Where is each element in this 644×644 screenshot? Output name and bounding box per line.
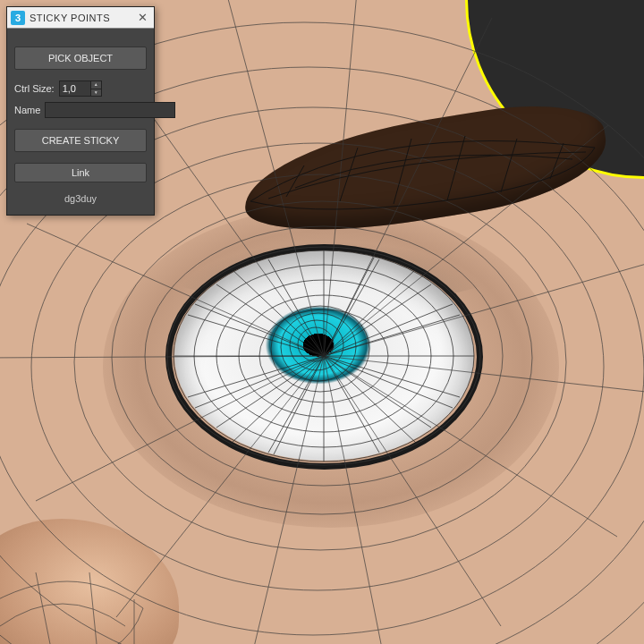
spinner-up-icon[interactable]: ▲ <box>91 81 101 89</box>
name-input[interactable] <box>45 102 175 118</box>
name-label: Name <box>14 105 40 115</box>
panel-body: PICK OBJECT Ctrl Size: ▲ ▼ Name CREATE S… <box>7 29 154 215</box>
app-icon: 3 <box>11 11 25 25</box>
eyelid-rim <box>165 244 483 470</box>
ctrl-size-spinner[interactable]: ▲ ▼ <box>59 80 102 97</box>
author-label: dg3duy <box>14 193 147 204</box>
spinner-down-icon[interactable]: ▼ <box>91 89 101 97</box>
pick-object-button[interactable]: PICK OBJECT <box>14 47 147 70</box>
ctrl-size-row: Ctrl Size: ▲ ▼ <box>14 80 147 97</box>
sticky-points-panel: 3 STICKY POINTS ✕ PICK OBJECT Ctrl Size:… <box>6 6 155 216</box>
name-row: Name <box>14 102 147 118</box>
ctrl-size-label: Ctrl Size: <box>14 83 55 94</box>
panel-title: STICKY POINTS <box>30 13 134 23</box>
ctrl-size-input[interactable] <box>60 81 90 96</box>
panel-titlebar[interactable]: 3 STICKY POINTS ✕ <box>7 7 154 29</box>
nose-geometry <box>0 519 179 644</box>
create-sticky-button[interactable]: CREATE STICKY <box>14 129 147 152</box>
close-icon[interactable]: ✕ <box>134 10 150 26</box>
link-button[interactable]: Link <box>14 163 147 182</box>
